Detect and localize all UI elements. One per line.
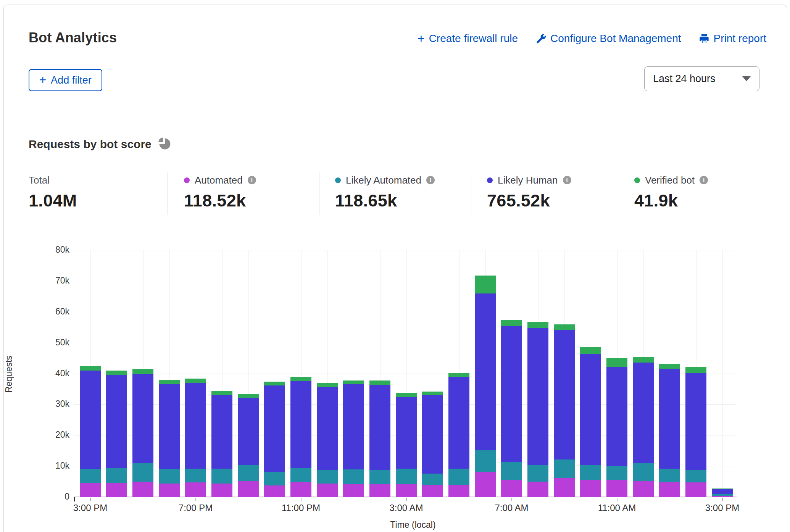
bar-segment-automated xyxy=(106,483,127,497)
x-tick-mark xyxy=(406,498,407,501)
bar-segment-automated xyxy=(132,482,153,497)
bar-segment-verified-bot xyxy=(396,393,417,397)
bar-segment-likely-human xyxy=(712,489,733,494)
bar-segment-likely-automated xyxy=(211,469,232,484)
add-filter-button[interactable]: + Add filter xyxy=(29,69,102,91)
bar-column xyxy=(554,250,575,497)
bar-column xyxy=(633,250,654,497)
y-tick-label: 0 xyxy=(35,492,69,502)
bar-segment-automated xyxy=(317,484,338,497)
section-title-row: Requests by bot score xyxy=(29,137,171,151)
info-icon[interactable]: i xyxy=(700,176,708,184)
bar-column xyxy=(290,250,311,497)
x-tick-label: 11:00 PM xyxy=(271,503,332,513)
bar-segment-likely-automated xyxy=(606,466,627,480)
x-axis-title: Time (local) xyxy=(375,520,451,530)
bar-segment-automated xyxy=(80,483,101,497)
bar-segment-likely-human xyxy=(369,385,390,471)
bar-column xyxy=(606,250,627,497)
time-range-value: Last 24 hours xyxy=(653,73,716,85)
y-tick-label: 40k xyxy=(35,368,69,379)
bar-segment-likely-human xyxy=(211,395,232,469)
y-tick-label: 30k xyxy=(35,399,69,409)
x-tick-mark xyxy=(195,498,196,501)
bar-segment-likely-automated xyxy=(527,465,548,482)
bar-segment-automated xyxy=(159,484,180,497)
bar-column xyxy=(448,250,469,497)
stat-divider xyxy=(471,172,471,215)
bar-segment-verified-bot xyxy=(659,364,680,369)
bar-segment-automated xyxy=(211,484,232,497)
info-icon[interactable]: i xyxy=(248,176,256,184)
bar-segment-likely-automated xyxy=(80,469,101,483)
bot-analytics-page: Bot Analytics + Create firewall rule Con… xyxy=(0,0,790,532)
stats-row: Total 1.04M Automated i 118.52k Likely A… xyxy=(0,172,790,218)
bar-segment-likely-human xyxy=(264,385,285,472)
bar-column xyxy=(527,250,548,497)
bar-segment-verified-bot xyxy=(448,373,469,377)
bar-segment-automated xyxy=(290,482,311,497)
bar-column xyxy=(80,250,101,497)
bar-column xyxy=(659,250,680,497)
bar-column xyxy=(106,250,127,497)
stat-label: Likely Automated xyxy=(346,174,421,186)
bar-column xyxy=(580,250,601,497)
bar-segment-verified-bot xyxy=(606,358,627,367)
x-tick-mark xyxy=(511,498,512,501)
bar-segment-likely-human xyxy=(501,326,522,463)
print-report-link[interactable]: Print report xyxy=(699,32,767,45)
x-tick-label: 3:00 PM xyxy=(692,503,753,513)
x-tick-label: 3:00 AM xyxy=(376,503,437,513)
bar-segment-likely-human xyxy=(422,395,443,474)
wrench-icon xyxy=(535,33,546,44)
configure-bot-management-link[interactable]: Configure Bot Management xyxy=(535,32,681,45)
requests-by-bot-score-chart: Requests Time (local) 010k20k30k40k50k60… xyxy=(0,244,790,532)
info-icon[interactable]: i xyxy=(563,176,571,184)
x-tick-label: 7:00 AM xyxy=(481,503,542,513)
bar-segment-likely-automated xyxy=(554,459,575,478)
bar-segment-likely-automated xyxy=(264,472,285,485)
info-icon[interactable]: i xyxy=(426,176,435,184)
bar-segment-likely-automated xyxy=(317,470,338,484)
bar-segment-likely-human xyxy=(527,328,548,465)
bar-segment-likely-human xyxy=(396,397,417,469)
bar-segment-verified-bot xyxy=(238,394,259,397)
stat-divider xyxy=(319,172,319,215)
bar-column xyxy=(132,250,153,497)
stat-value: 41.9k xyxy=(634,191,708,211)
bar-segment-automated xyxy=(659,482,680,497)
stat-value: 118.52k xyxy=(184,191,256,211)
bar-segment-likely-automated xyxy=(659,469,680,482)
create-firewall-rule-link[interactable]: + Create firewall rule xyxy=(418,32,518,45)
bar-segment-automated xyxy=(238,481,259,497)
stat-likely-human: Likely Human i 765.52k xyxy=(487,175,571,211)
bar-column xyxy=(264,250,285,497)
bar-column xyxy=(422,250,443,497)
bar-segment-verified-bot xyxy=(475,276,496,293)
bar-segment-verified-bot xyxy=(80,366,101,371)
time-range-select[interactable]: Last 24 hours xyxy=(644,66,759,91)
bar-segment-likely-human xyxy=(106,375,127,468)
bar-segment-verified-bot xyxy=(132,369,153,374)
bar-column xyxy=(396,250,417,497)
header-links: + Create firewall rule Configure Bot Man… xyxy=(418,32,766,45)
bar-segment-automated xyxy=(475,472,496,497)
y-tick-label: 50k xyxy=(35,337,69,348)
stat-divider xyxy=(622,172,622,215)
bar-segment-verified-bot xyxy=(211,391,232,395)
stat-total: Total 1.04M xyxy=(29,175,77,211)
stat-value: 118.65k xyxy=(335,191,435,211)
bar-segment-automated xyxy=(343,484,364,497)
bar-segment-verified-bot xyxy=(422,392,443,395)
configure-bot-management-label: Configure Bot Management xyxy=(550,32,681,45)
section-title: Requests by bot score xyxy=(29,138,152,151)
bar-segment-likely-automated xyxy=(422,474,443,485)
bar-segment-verified-bot xyxy=(159,380,180,384)
y-axis-title: Requests xyxy=(4,336,14,413)
bar-column xyxy=(317,250,338,497)
bar-segment-likely-automated xyxy=(185,469,206,482)
bar-segment-likely-automated xyxy=(475,450,496,472)
bar-column xyxy=(685,250,706,497)
bar-segment-verified-bot xyxy=(554,324,575,330)
bar-segment-likely-automated xyxy=(685,470,706,482)
